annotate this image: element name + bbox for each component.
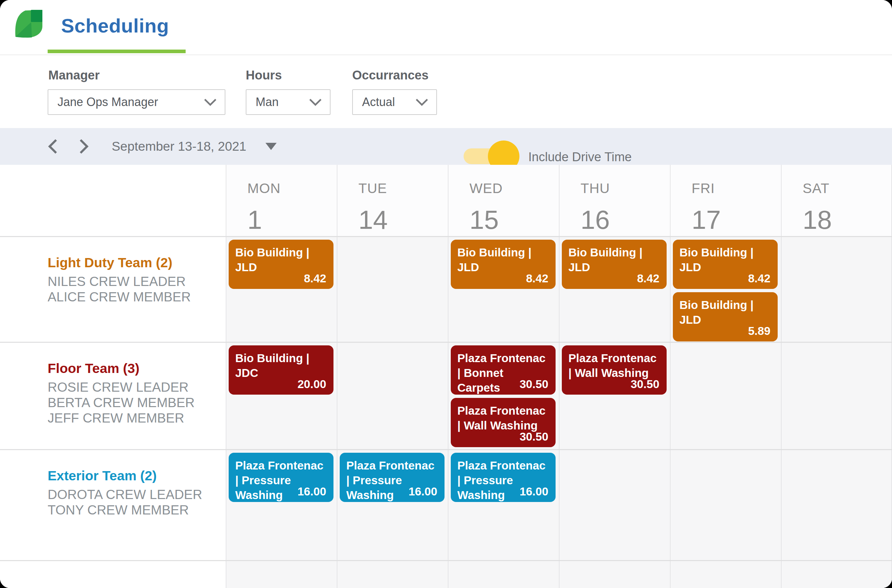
event-hours-value: 8.42 — [526, 272, 548, 285]
team-name: Exterior Team (2) — [48, 468, 212, 484]
day-header-wed: WED15 — [448, 165, 559, 236]
event-title: Bio Building | JLD — [457, 245, 549, 274]
manager-label: Manager — [48, 68, 99, 82]
event-title: Bio Building | JLD — [680, 245, 771, 274]
day-number: 15 — [469, 205, 559, 235]
occurrences-label: Occurrances — [352, 68, 429, 82]
day-name: SAT — [803, 181, 891, 196]
event-hours-value: 20.00 — [297, 378, 326, 391]
calendar-header-row: MON1TUE14WED15THU16FRI17SAT18 — [0, 165, 892, 236]
team-name: Light Duty Team (2) — [48, 255, 212, 270]
previous-week-button[interactable] — [45, 139, 60, 154]
event-title: Plaza Frontenac | Wall Washing — [569, 351, 660, 380]
hours-label: Hours — [246, 68, 282, 82]
schedule-cell: Bio Building | JLD8.42 — [448, 237, 559, 342]
page-title[interactable]: Scheduling — [61, 15, 169, 37]
team-member: TONY CREW MEMBER — [48, 502, 212, 518]
schedule-cell — [670, 561, 781, 588]
schedule-cell — [337, 237, 448, 342]
day-header-mon: MON1 — [226, 165, 337, 236]
event-hours-value: 5.89 — [748, 324, 770, 338]
event-card[interactable]: Bio Building | JDC20.00 — [229, 345, 334, 394]
schedule-cell — [670, 450, 781, 560]
team-member: ALICE CREW MEMBER — [48, 289, 212, 304]
event-hours-value: 30.50 — [519, 430, 548, 443]
event-title: Bio Building | JLD — [680, 297, 771, 327]
schedule-cell — [337, 343, 448, 449]
event-hours-value: 30.50 — [519, 378, 548, 391]
team-label-cell: Light Duty Team (2)NILES CREW LEADERALIC… — [0, 237, 226, 342]
event-card[interactable]: Bio Building | JLD8.42 — [673, 240, 778, 289]
schedule-cell: Plaza Frontenac | Pressure Washing16.00 — [337, 450, 448, 560]
occurrences-select[interactable]: Actual — [352, 89, 437, 115]
team-member: NILES CREW LEADER — [48, 274, 212, 289]
day-number: 14 — [358, 205, 448, 235]
event-card[interactable]: Bio Building | JLD8.42 — [451, 240, 555, 289]
event-card[interactable]: Bio Building | JLD8.42 — [562, 240, 666, 289]
day-header-tue: TUE14 — [337, 165, 448, 236]
team-member: DOROTA CREW LEADER — [48, 487, 212, 502]
day-name: THU — [581, 181, 670, 196]
schedule-cell: Bio Building | JDC20.00 — [226, 343, 337, 449]
next-week-button[interactable] — [76, 139, 91, 154]
day-name: WED — [469, 181, 559, 196]
event-hours-value: 16.00 — [297, 485, 326, 498]
week-navigation-bar: September 13-18, 2021 — [0, 128, 892, 165]
event-card[interactable]: Bio Building | JLD5.89 — [673, 292, 778, 342]
schedule-cell: Bio Building | JLD8.42 — [559, 237, 670, 342]
event-card[interactable]: Plaza Frontenac | Wall Washing30.50 — [451, 398, 555, 447]
team-name: Floor Team (3) — [48, 361, 212, 376]
event-card[interactable]: Bio Building | JLD8.42 — [229, 240, 334, 289]
app-logo-leaf-icon — [12, 7, 45, 40]
toggle-track — [463, 148, 519, 164]
date-range-label[interactable]: September 13-18, 2021 — [112, 139, 247, 154]
hours-select[interactable]: Man — [246, 89, 331, 115]
team-row: Floor Team (3)ROSIE CREW LEADERBERTA CRE… — [0, 342, 892, 449]
app-window: Scheduling Manager Jane Ops Manager Hour… — [0, 0, 892, 588]
chevron-down-icon — [204, 98, 217, 106]
event-card[interactable]: Plaza Frontenac | Wall Washing30.50 — [562, 345, 666, 394]
day-header-sat: SAT18 — [781, 165, 892, 236]
schedule-cell: Plaza Frontenac | Bonnet Carpets30.50Pla… — [448, 343, 559, 449]
app-header: Scheduling — [0, 0, 892, 55]
event-title: Plaza Frontenac | Wall Washing — [457, 403, 549, 433]
day-header-thu: THU16 — [559, 165, 670, 236]
hours-select-value: Man — [256, 95, 278, 109]
event-card[interactable]: Plaza Frontenac | Pressure Washing16.00 — [229, 453, 334, 502]
event-card[interactable]: Plaza Frontenac | Pressure Washing16.00 — [340, 453, 445, 502]
team-row: Light Duty Team (2)NILES CREW LEADERALIC… — [0, 236, 892, 342]
schedule-cell — [337, 561, 448, 588]
schedule-cell — [448, 561, 559, 588]
schedule-calendar: MON1TUE14WED15THU16FRI17SAT18 Light Duty… — [0, 165, 892, 588]
schedule-cell — [559, 450, 670, 560]
manager-select[interactable]: Jane Ops Manager — [48, 89, 226, 115]
date-range-dropdown-icon[interactable] — [265, 143, 277, 150]
team-label-cell: Floor Team (3)ROSIE CREW LEADERBERTA CRE… — [0, 343, 226, 449]
schedule-cell: Bio Building | JLD8.42Bio Building | JLD… — [670, 237, 781, 342]
event-card[interactable]: Plaza Frontenac | Pressure Washing16.00 — [451, 453, 555, 502]
event-hours-value: 8.42 — [748, 272, 770, 285]
schedule-cell — [781, 237, 892, 342]
filter-bar: Manager Jane Ops Manager Hours Man Occur… — [0, 55, 892, 128]
event-card[interactable]: Plaza Frontenac | Bonnet Carpets30.50 — [451, 345, 555, 394]
day-number: 17 — [692, 205, 781, 235]
schedule-cell: Plaza Frontenac | Wall Washing30.50 — [559, 343, 670, 449]
chevron-down-icon — [415, 98, 429, 106]
day-number: 1 — [247, 205, 337, 235]
day-name: TUE — [358, 181, 448, 196]
calendar-header-spacer — [0, 165, 226, 236]
day-number: 16 — [581, 205, 670, 235]
include-drive-time-toggle[interactable] — [463, 148, 519, 164]
day-header-fri: FRI17 — [670, 165, 781, 236]
schedule-cell — [226, 561, 337, 588]
schedule-cell: Plaza Frontenac | Pressure Washing16.00 — [226, 450, 337, 560]
event-hours-value: 16.00 — [408, 485, 437, 498]
event-title: Bio Building | JDC — [235, 351, 327, 380]
schedule-cell — [781, 343, 892, 449]
event-hours-value: 8.42 — [637, 272, 659, 285]
schedule-cell — [781, 450, 892, 560]
team-row: Exterior Team (2)DOROTA CREW LEADERTONY … — [0, 449, 892, 560]
manager-select-value: Jane Ops Manager — [57, 95, 158, 109]
team-member: BERTA CREW MEMBER — [48, 395, 212, 410]
team-member: ROSIE CREW LEADER — [48, 380, 212, 395]
